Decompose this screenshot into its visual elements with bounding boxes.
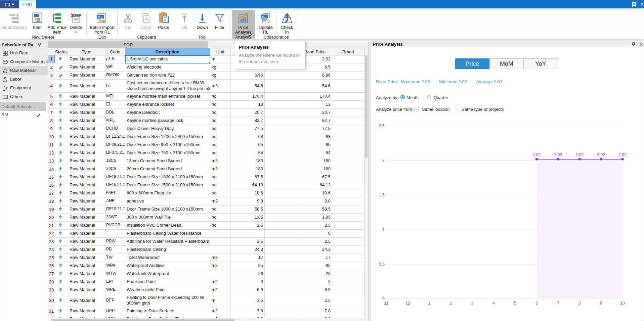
svg-text:8: 8 (578, 301, 581, 306)
svg-text:2.5: 2.5 (379, 124, 385, 128)
svg-text:2: 2 (449, 301, 452, 306)
svg-text:7: 7 (557, 301, 559, 306)
svg-text:4: 4 (492, 301, 495, 306)
svg-text:1: 1 (382, 227, 385, 232)
svg-text:6: 6 (535, 301, 538, 306)
svg-text:2.02: 2.02 (575, 152, 584, 157)
svg-text:2: 2 (382, 158, 385, 163)
svg-text:3: 3 (471, 301, 473, 306)
svg-text:12: 12 (405, 301, 410, 306)
svg-text:11: 11 (384, 301, 389, 306)
svg-text:1.5: 1.5 (379, 193, 385, 197)
svg-text:5: 5 (514, 301, 516, 306)
svg-text:10: 10 (620, 301, 625, 306)
svg-text:2.02: 2.02 (532, 152, 541, 157)
svg-text:2.02: 2.02 (597, 152, 605, 157)
svg-text:9: 9 (600, 301, 602, 306)
svg-text:0.5: 0.5 (379, 262, 385, 267)
svg-text:1: 1 (428, 301, 430, 306)
svg-text:RL: RL (262, 15, 267, 18)
svg-text:RL: RL (98, 15, 103, 18)
svg-text:0: 0 (382, 296, 385, 301)
svg-text:2.02: 2.02 (554, 152, 562, 157)
svg-text:2.02: 2.02 (618, 152, 627, 157)
